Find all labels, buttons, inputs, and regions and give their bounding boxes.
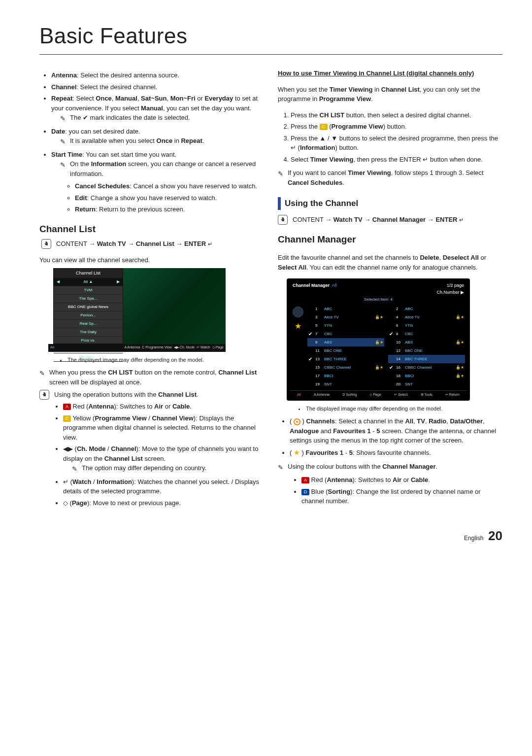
menu-icon [278, 215, 288, 225]
table-row: ✔4Alice TV🔒★ [388, 313, 465, 321]
table-row: ✔7CBC [307, 330, 384, 338]
note-text: If you want to cancel Timer Viewing, fol… [288, 168, 502, 187]
footer-item: ↵ Watch [197, 345, 210, 350]
channel-list-intro: You can view all the channel searched. [39, 255, 264, 265]
left-column: Antenna: Select the desired antenna sour… [39, 69, 264, 512]
channel-list-heading: Channel List [39, 222, 264, 237]
item-channel: Channel: Select the desired channel. [51, 82, 264, 92]
cm-favourites: ( ★ ) Favourites 1 - 5: Shows favourite … [290, 447, 502, 458]
list-item: BBC ONE global News [54, 303, 123, 311]
channel-manager-screenshot: Channel Manager All 1/2 pageCh.Number ▶ … [287, 278, 470, 401]
page-footer: English 20 [39, 526, 502, 546]
list-item: The Spa... [54, 295, 123, 303]
howto-step-3: Press the ▲ / ▼ buttons to select the de… [291, 134, 502, 153]
table-row: ✔2ABC [388, 305, 465, 313]
note-text: The option may differ depending on count… [82, 463, 206, 473]
item-start-time: Start Time: You can set start time you w… [51, 150, 264, 214]
howto-intro: When you set the Timer Viewing in Channe… [278, 85, 502, 104]
sub-edit: Edit: Change a show you have reserved to… [75, 193, 264, 203]
op-red: A Red (Antenna): Switches to Air or Cabl… [63, 402, 264, 412]
note-icon: ✎ [39, 369, 46, 378]
note-text: It is available when you select Once in … [70, 136, 204, 146]
sub-cancel: Cancel Schedules: Cancel a show you have… [75, 181, 264, 191]
footer-item: A Antenna [124, 345, 140, 350]
table-row: ✔8CBC [388, 330, 465, 338]
footer-item: ◀▶ Ch. Mode [174, 345, 195, 350]
op-enter: ↵ (Watch / Information): Watches the cha… [63, 477, 264, 496]
antenna-icon [293, 307, 303, 317]
note-text: When you press the CH LIST button on the… [49, 368, 264, 387]
table-row: ✔20SNT [388, 380, 465, 388]
footer-item: A Antenna [314, 392, 330, 398]
op-lr: ◀▶ (Ch. Mode / Channel): Move to the typ… [63, 444, 264, 474]
nav-path: CONTENT → Watch TV → Channel List → ENTE… [56, 239, 212, 249]
screenshot-caption: The displayed image may differ depending… [299, 405, 502, 413]
table-row: ✔3Alice TV🔒★ [307, 313, 384, 321]
table-row: ✔19SNT [307, 380, 384, 388]
cm-intro: Edit the favourite channel and set the c… [278, 253, 502, 272]
list-item: TVM [54, 286, 123, 295]
sub-return: Return: Return to the previous screen. [75, 205, 264, 214]
item-date: Date: you can set desired date. ✎ It is … [51, 127, 264, 147]
footer-item: Air [50, 345, 55, 350]
note-icon: ✎ [72, 464, 79, 474]
note-icon: ✎ [60, 160, 67, 170]
table-row: ✔18BBCI🔒★ [388, 372, 465, 380]
cm-channels: ( ) Channels: Select a channel in the Al… [290, 416, 502, 446]
red-icon: A [301, 477, 309, 483]
table-row: ✔5YTN [307, 321, 384, 330]
channel-list-screenshot: Channel List ◀All ▲▶ TVM The Spa... BBC … [48, 268, 226, 352]
op-yellow: C Yellow (Programme View / Channel View)… [63, 413, 264, 443]
list-item: Real Sp... [54, 320, 123, 328]
menu-icon [39, 390, 49, 400]
note-icon: ✎ [278, 463, 285, 473]
list-item: Penlon... [54, 353, 123, 362]
howto-title: How to use Timer Viewing in Channel List… [278, 69, 502, 78]
footer-item: ◇ Page [369, 392, 381, 398]
footer-item: ⚙ Tools [421, 392, 432, 398]
note-icon: ✎ [60, 114, 67, 124]
howto-step-2: Press the C (Programme View) button. [291, 122, 502, 132]
footer-item: D Sorting [342, 392, 357, 398]
op-page: ◇ (Page): Move to next or previous page. [63, 498, 264, 508]
table-row: ✔11BBC ONE [307, 346, 384, 355]
table-row: ✔6YTN [388, 321, 465, 330]
table-row: ✔16CBBC Channel🔒★ [388, 363, 465, 372]
nav-path: CONTENT → Watch TV → Channel Manager → E… [293, 215, 464, 225]
blue-icon: D [301, 489, 309, 495]
footer-item: ◇ Page [212, 345, 224, 350]
note-icon: ✎ [60, 137, 67, 147]
using-channel-heading: Using the Channel [278, 197, 502, 210]
table-row: ✔15CBBC Channel🔒★ [307, 363, 384, 372]
menu-icon [41, 239, 51, 249]
list-item: The Daily [54, 328, 123, 337]
table-row: ✔9ABS🔒★ [307, 338, 384, 346]
channel-manager-heading: Channel Manager [278, 233, 502, 247]
cm-blue: D Blue (Sorting): Change the list ordere… [301, 487, 502, 506]
table-row: ✔1ABC [307, 305, 384, 313]
red-icon: A [63, 404, 71, 410]
table-row: ✔13BBC THREE [307, 355, 384, 363]
star-icon: ★ [295, 320, 301, 332]
cm-red: A Red (Antenna): Switches to Air or Cabl… [301, 475, 502, 485]
table-row: ✔17BBCI [307, 372, 384, 380]
item-repeat: Repeat: Select Once, Manual, Sat~Sun, Mo… [51, 94, 264, 124]
svg-point-1 [296, 421, 298, 423]
page-title: Basic Features [39, 20, 502, 55]
note-text: Using the colour buttons with the Channe… [288, 462, 437, 472]
howto-step-1: Press the CH LIST button, then select a … [291, 110, 502, 120]
table-row: ✔12BBC ONE [388, 346, 465, 355]
footer-item: All [297, 392, 301, 398]
footer-item: C Programme View [142, 345, 172, 350]
screenshot-title: Channel List [54, 269, 123, 278]
yellow-icon: C [320, 124, 328, 130]
note-text: On the Information screen, you can chang… [70, 159, 264, 178]
footer-item: ↩ Return [445, 392, 460, 398]
right-column: How to use Timer Viewing in Channel List… [278, 69, 502, 512]
table-row: ✔14BBC THREE [388, 355, 465, 363]
list-item: Penlon... [54, 311, 123, 320]
footer-item: ↵ Select [394, 392, 407, 398]
table-row: ✔10ABS🔒★ [388, 338, 465, 346]
item-antenna: Antenna: Select the desired antenna sour… [51, 70, 264, 80]
note-icon: ✎ [278, 169, 285, 179]
